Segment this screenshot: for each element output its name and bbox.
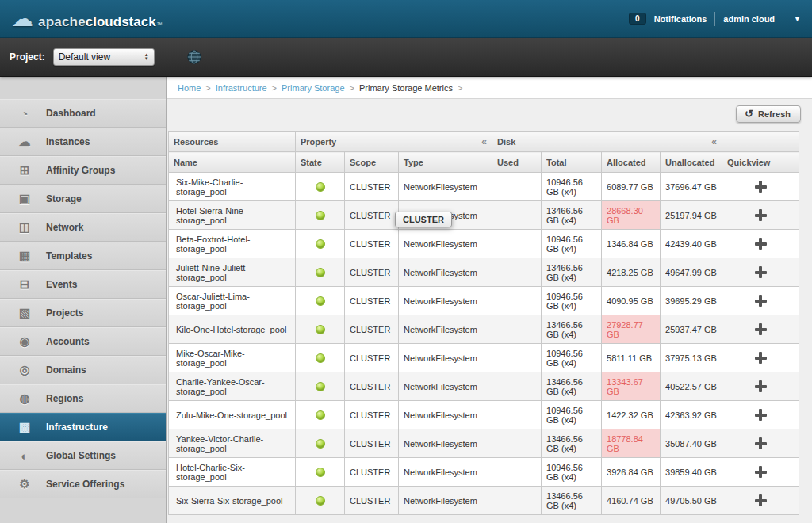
sidebar-item-network[interactable]: ◫Network [0,213,166,242]
cell-type: NetworkFilesystem [399,287,492,315]
table-row[interactable]: Six-Mike-Charlie-storage_poolCLUSTERNetw… [169,173,799,201]
quickview-add-icon[interactable] [755,209,767,221]
cell-quickview [722,173,799,201]
column-header-type[interactable]: Type [399,152,492,173]
sidebar-item-label: Regions [46,393,83,404]
cell-state [296,487,345,515]
select-arrows-icon: ▲▼ [144,53,149,61]
cell-scope: CLUSTER [345,401,399,429]
table-row[interactable]: Hotel-Charlie-Six-storage_poolCLUSTERNet… [169,458,799,487]
projects-icon: ▧ [16,306,33,320]
cell-scope: CLUSTER [345,230,399,258]
cell-scope: CLUSTER [345,429,399,458]
quickview-add-icon[interactable] [755,266,767,278]
cell-scope: CLUSTER [345,287,399,315]
logo-text-cloudstack: cloudstack [86,14,156,30]
quickview-add-icon[interactable] [755,295,767,307]
quickview-add-icon[interactable] [755,466,767,478]
group-header-property: Property « [296,132,492,152]
sidebar-item-service-offerings[interactable]: ⚙Service Offerings [0,470,166,498]
breadcrumb: Home>Infrastructure>Primary Storage>Prim… [167,77,812,99]
notifications-count-badge[interactable]: 0 [629,13,646,25]
quickview-add-icon[interactable] [755,380,767,392]
table-row[interactable]: Mike-Oscar-Mike-storage_poolCLUSTERNetwo… [169,344,799,372]
sidebar-item-label: Domains [46,365,86,376]
events-icon: ⊟ [16,277,33,292]
project-view-selected-value: Default view [59,52,110,63]
sidebar-item-label: Templates [46,250,92,262]
state-enabled-icon [316,496,325,506]
quickview-add-icon[interactable] [755,437,767,449]
sidebar-item-events[interactable]: ⊟Events [0,270,166,299]
group-header-property-label: Property [301,137,336,147]
table-row[interactable]: Yankee-Victor-Charlie-storage_poolCLUSTE… [169,429,799,458]
sidebar-item-infrastructure[interactable]: ▩Infrastructure [0,413,166,441]
dashboard-icon: ◔ [16,107,33,120]
cell-type: NetworkFilesystem [399,487,492,515]
sidebar-item-templates[interactable]: ▦Templates [0,242,166,270]
collapse-property-icon[interactable]: « [481,137,487,147]
notifications-link[interactable]: Notifications [654,14,707,24]
table-row[interactable]: Hotel-Sierra-Nine-storage_poolCLUSTERNet… [169,201,799,230]
column-header-state[interactable]: State [296,152,345,173]
quickview-add-icon[interactable] [755,323,767,335]
sidebar-item-global-settings[interactable]: ◐Global Settings [0,441,166,470]
sidebar-item-label: Instances [46,136,90,147]
sidebar-item-label: Dashboard [46,108,96,119]
cell-unallocated: 25197.94 GB [661,201,722,230]
sidebar-item-domains[interactable]: ◎Domains [0,356,166,384]
table-row[interactable]: Oscar-Juliett-Lima-storage_poolCLUSTERNe… [169,287,799,315]
cell-quickview [722,315,799,344]
collapse-disk-icon[interactable]: « [711,137,717,147]
user-menu-caret-icon[interactable]: ▼ [794,15,801,23]
logo-trademark: ™ [157,21,163,27]
breadcrumb-item[interactable]: Primary Storage [282,83,344,93]
cell-state [296,372,345,401]
metrics-table-container: Resources Property « Disk « NameStateSco… [168,131,799,515]
cell-unallocated: 35087.40 GB [661,429,722,458]
cell-quickview [722,258,799,287]
project-bar: Project: Default view ▲▼ [0,38,812,77]
cell-total: 10946.56 GB (x4) [542,230,602,258]
refresh-button[interactable]: ↺ Refresh [736,105,801,123]
sidebar-item-accounts[interactable]: ◉Accounts [0,327,166,356]
breadcrumb-item[interactable]: Home [178,83,201,93]
project-view-select[interactable]: Default view ▲▼ [53,48,155,66]
cell-quickview [722,429,799,458]
column-header-scope[interactable]: Scope [345,152,399,173]
quickview-add-icon[interactable] [755,181,767,193]
column-header-name[interactable]: Name [169,152,296,173]
cell-total: 13466.56 GB (x4) [542,372,602,401]
sidebar-item-storage[interactable]: ▣Storage [0,185,166,213]
table-row[interactable]: Zulu-Mike-One-storage_poolCLUSTERNetwork… [169,401,799,429]
table-row[interactable]: Beta-Foxtrot-Hotel-storage_poolCLUSTERNe… [169,230,799,258]
column-header-unallocated[interactable]: Unallocated [661,152,722,173]
cell-total: 10946.56 GB (x4) [542,401,602,429]
sidebar-item-instances[interactable]: ☁Instances [0,128,166,156]
sidebar-item-label: Network [46,222,83,233]
cell-allocated: 28668.30 GB [602,201,661,230]
cell-unallocated: 42363.92 GB [661,401,722,429]
quickview-add-icon[interactable] [755,238,767,250]
quickview-add-icon[interactable] [755,409,767,421]
quickview-add-icon[interactable] [755,494,767,506]
quickview-add-icon[interactable] [755,352,767,364]
table-row[interactable]: Kilo-One-Hotel-storage_poolCLUSTERNetwor… [169,315,799,344]
cell-type: NetworkFilesystem [399,173,492,201]
sidebar-item-projects[interactable]: ▧Projects [0,299,166,327]
column-header-quickview[interactable]: Quickview [722,152,799,173]
cell-name: Beta-Foxtrot-Hotel-storage_pool [169,230,296,258]
zone-globe-icon[interactable] [186,49,202,65]
column-header-total[interactable]: Total [542,152,602,173]
table-row[interactable]: Charlie-Yankee-Oscar-storage_poolCLUSTER… [169,372,799,401]
sidebar-item-regions[interactable]: ◍Regions [0,384,166,413]
table-row[interactable]: Six-Sierra-Six-storage_poolCLUSTERNetwor… [169,487,799,515]
sidebar-item-dashboard[interactable]: ◔Dashboard [0,99,166,128]
sidebar-item-label: Service Offerings [46,479,124,490]
table-row[interactable]: Juliett-Nine-Juliett-storage_poolCLUSTER… [169,258,799,287]
sidebar-item-affinity-groups[interactable]: ⊞Affinity Groups [0,156,166,185]
column-header-allocated[interactable]: Allocated [602,152,661,173]
column-header-used[interactable]: Used [492,152,542,173]
breadcrumb-item[interactable]: Infrastructure [216,83,267,93]
user-menu[interactable]: admin cloud [723,14,775,24]
